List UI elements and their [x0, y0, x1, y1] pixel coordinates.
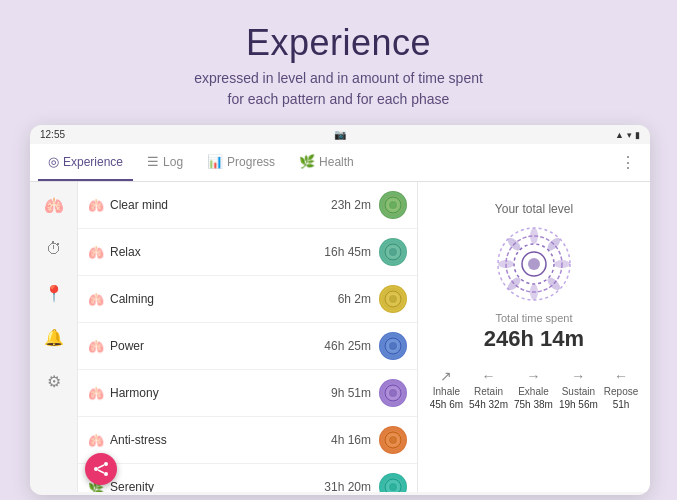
phase-sustain-name: Sustain: [562, 386, 595, 397]
item-badge-5: [379, 426, 407, 454]
sidebar-timer-icon[interactable]: ⏱: [39, 234, 69, 264]
tab-experience-label: Experience: [63, 155, 123, 169]
tab-progress[interactable]: 📊 Progress: [197, 144, 285, 181]
item-badge-1: [379, 238, 407, 266]
total-time-label: Total time spent: [495, 312, 572, 324]
top-section: Experience expressed in level and in amo…: [0, 0, 677, 126]
phase-inhale-name: Inhale: [433, 386, 460, 397]
status-icons: ▲ ▾ ▮: [615, 130, 640, 140]
share-fab-button[interactable]: [85, 453, 117, 485]
total-level-label: Your total level: [495, 202, 573, 216]
svg-point-38: [498, 260, 514, 268]
svg-point-31: [528, 258, 540, 270]
svg-point-34: [554, 260, 570, 268]
subtitle-line2: for each pattern and for each phase: [228, 91, 450, 107]
phase-exhale-name: Exhale: [518, 386, 549, 397]
progress-tab-icon: 📊: [207, 154, 223, 169]
svg-point-17: [389, 436, 397, 444]
log-tab-icon: ☰: [147, 154, 159, 169]
list-item[interactable]: 🫁 Power 46h 25m: [78, 323, 417, 370]
item-name-5: Anti-stress: [110, 433, 331, 447]
subtitle-line1: expressed in level and in amount of time…: [194, 70, 483, 86]
phase-repose: ← Repose 51h: [604, 368, 638, 410]
sidebar-location-icon[interactable]: 📍: [39, 278, 69, 308]
total-time-value: 246h 14m: [484, 326, 584, 352]
list-item[interactable]: 🌿 Serenity 31h 20m: [78, 464, 417, 492]
phase-retain-time: 54h 32m: [469, 399, 508, 410]
tab-experience[interactable]: ◎ Experience: [38, 144, 133, 181]
phase-inhale: ↗ Inhale 45h 6m: [430, 368, 463, 410]
tab-log-label: Log: [163, 155, 183, 169]
item-badge-4: [379, 379, 407, 407]
sidebar-sliders-icon[interactable]: ⚙: [39, 366, 69, 396]
right-panel: Your total level: [418, 182, 650, 492]
svg-point-2: [389, 201, 397, 209]
svg-point-20: [389, 483, 397, 491]
item-badge-6: [379, 473, 407, 492]
item-icon-4: 🫁: [88, 386, 104, 401]
more-menu-button[interactable]: ⋮: [614, 149, 642, 176]
item-time-4: 9h 51m: [331, 386, 371, 400]
health-tab-icon: 🌿: [299, 154, 315, 169]
item-name-1: Relax: [110, 245, 324, 259]
list-item[interactable]: 🫁 Relax 16h 45m: [78, 229, 417, 276]
status-time: 12:55: [40, 129, 65, 140]
item-name-3: Power: [110, 339, 324, 353]
phase-exhale: → Exhale 75h 38m: [514, 368, 553, 410]
sidebar-lungs-icon[interactable]: 🫁: [39, 190, 69, 220]
item-icon-2: 🫁: [88, 292, 104, 307]
svg-point-35: [545, 275, 562, 292]
svg-point-11: [389, 342, 397, 350]
list-item[interactable]: 🫁 Anti-stress 4h 16m: [78, 417, 417, 464]
item-badge-0: [379, 191, 407, 219]
svg-point-42: [104, 472, 108, 476]
wifi-icon: ▾: [627, 130, 632, 140]
tab-health[interactable]: 🌿 Health: [289, 144, 364, 181]
tab-health-label: Health: [319, 155, 354, 169]
svg-point-32: [530, 228, 538, 244]
phase-sustain: → Sustain 19h 56m: [559, 368, 598, 410]
inhale-icon: ↗: [440, 368, 452, 384]
svg-point-14: [389, 389, 397, 397]
item-time-1: 16h 45m: [324, 245, 371, 259]
item-badge-2: [379, 285, 407, 313]
subtitle: expressed in level and in amount of time…: [20, 68, 657, 110]
list-item[interactable]: 🫁 Calming 6h 2m: [78, 276, 417, 323]
item-name-6: Serenity: [110, 480, 324, 492]
signal-icon: ▲: [615, 130, 624, 140]
content-area: 🫁 ⏱ 📍 🔔 ⚙ 🫁 Clear mind 23h 2m 🫁 Relax 16…: [30, 182, 650, 492]
sidebar-bell-icon[interactable]: 🔔: [39, 322, 69, 352]
mandala: [494, 224, 574, 304]
item-icon-0: 🫁: [88, 198, 104, 213]
item-icon-1: 🫁: [88, 245, 104, 260]
nav-tabs: ◎ Experience ☰ Log 📊 Progress 🌿 Health ⋮: [30, 144, 650, 182]
tab-log[interactable]: ☰ Log: [137, 144, 193, 181]
phases-row: ↗ Inhale 45h 6m ← Retain 54h 32m → Exhal…: [428, 368, 640, 410]
item-name-2: Calming: [110, 292, 338, 306]
item-time-3: 46h 25m: [324, 339, 371, 353]
phase-inhale-time: 45h 6m: [430, 399, 463, 410]
item-name-0: Clear mind: [110, 198, 331, 212]
exhale-icon: →: [526, 368, 540, 384]
phase-sustain-time: 19h 56m: [559, 399, 598, 410]
repose-icon: ←: [614, 368, 628, 384]
phase-retain-name: Retain: [474, 386, 503, 397]
sidebar: 🫁 ⏱ 📍 🔔 ⚙: [30, 182, 78, 492]
retain-icon: ←: [482, 368, 496, 384]
list-item[interactable]: 🫁 Harmony 9h 51m: [78, 370, 417, 417]
svg-point-41: [94, 467, 98, 471]
list-item[interactable]: 🫁 Clear mind 23h 2m: [78, 182, 417, 229]
phase-repose-time: 51h: [613, 399, 630, 410]
phone-mockup: 12:55 📷 ▲ ▾ ▮ ◎ Experience ☰ Log 📊 Progr…: [30, 125, 650, 495]
phase-repose-name: Repose: [604, 386, 638, 397]
item-time-6: 31h 20m: [324, 480, 371, 492]
svg-point-8: [389, 295, 397, 303]
item-time-0: 23h 2m: [331, 198, 371, 212]
status-icon-camera: 📷: [334, 129, 346, 140]
battery-icon: ▮: [635, 130, 640, 140]
experience-tab-icon: ◎: [48, 154, 59, 169]
item-name-4: Harmony: [110, 386, 331, 400]
phase-exhale-time: 75h 38m: [514, 399, 553, 410]
item-time-2: 6h 2m: [338, 292, 371, 306]
sustain-icon: →: [571, 368, 585, 384]
